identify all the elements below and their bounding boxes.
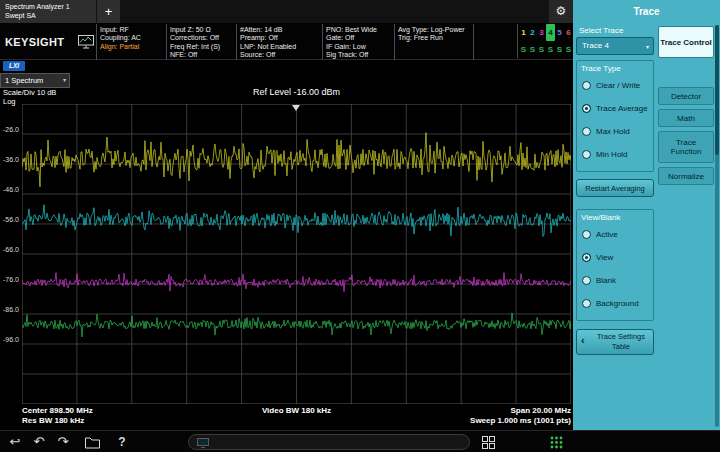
meas-line: Trig: Free Run (398, 34, 473, 42)
radio-active[interactable]: Active (577, 223, 653, 246)
spectrum-display[interactable] (22, 104, 571, 404)
new-tab-button[interactable]: + (97, 0, 120, 23)
trace-state-letter-6: S (564, 41, 573, 58)
redo-icon: ↷ (58, 434, 69, 449)
meas-line: Avg Type: Log-Power (398, 26, 473, 34)
trace-settings-table-button[interactable]: ‹ Trace Settings Table (576, 329, 654, 355)
radio-circle-icon (582, 299, 591, 308)
radio-circle-icon (582, 150, 591, 159)
trace-state-letter-5: S (555, 41, 564, 58)
radio-clear-write[interactable]: Clear / Write (577, 74, 653, 97)
system-settings-button[interactable]: ⚙ (549, 0, 573, 23)
trace-status-numbers: 123456 (519, 24, 573, 41)
ref-level-label: Ref Level -16.00 dBm (22, 87, 571, 97)
menu-tab-column: Trace ControlDetectorMathTrace FunctionN… (658, 23, 716, 430)
restart-averaging-button[interactable]: Restart Averaging (576, 179, 654, 197)
radio-blank[interactable]: Blank (577, 269, 653, 292)
radio-circle-icon (582, 127, 591, 136)
group-header: View/Blank (577, 210, 653, 223)
y-axis-label: -36.0 (0, 156, 19, 163)
tab-math[interactable]: Math (658, 109, 714, 127)
meas-line: Preamp: Off (240, 34, 322, 42)
radio-max-hold[interactable]: Max Hold (577, 120, 653, 143)
apps-grid-button[interactable] (546, 432, 566, 452)
meas-line: Gate: Off (326, 34, 394, 42)
undo-icon: ↶ (34, 434, 45, 449)
center-frequency-marker-icon (292, 105, 300, 111)
minimized-window-tray[interactable] (188, 434, 470, 450)
meas-line: Sig Track: Off (326, 51, 394, 59)
radio-label: Trace Average (596, 104, 648, 113)
window-layout-icon (482, 436, 495, 449)
app-title: Spectrum Analyzer 1 (5, 3, 96, 12)
y-axis-label: -76.0 (0, 276, 19, 283)
radio-circle-icon (582, 104, 591, 113)
meas-line: Input: RF (100, 26, 166, 34)
meas-line: #Atten: 14 dB (240, 26, 322, 34)
file-button[interactable] (82, 432, 102, 452)
trace-select-dropdown[interactable]: Trace 4 ▾ (576, 37, 654, 55)
radio-circle-icon (582, 230, 591, 239)
tab-trace-control[interactable]: Trace Control (658, 26, 714, 58)
window-selector[interactable]: 1 Spectrum ▾ (0, 73, 70, 88)
tab-trace-function[interactable]: Trace Function (658, 131, 714, 163)
menu-group-trace-type: Trace Type Clear / WriteTrace AverageMax… (576, 60, 654, 172)
instrument-display-icon (78, 35, 94, 49)
lxi-badge: LXI (3, 61, 25, 71)
radio-view[interactable]: View (577, 246, 653, 269)
settings-table-label: Trace Settings Table (597, 332, 645, 351)
radio-background[interactable]: Background (577, 292, 653, 315)
app-tab-spectrum-analyzer[interactable]: Spectrum Analyzer 1 Swept SA (0, 0, 96, 23)
radio-trace-average[interactable]: Trace Average (577, 97, 653, 120)
trace-state-letter-3: S (537, 41, 546, 58)
trace-select-value: Trace 4 (582, 41, 609, 50)
graticule-svg (22, 104, 571, 404)
group-header: Trace Type (577, 61, 653, 74)
select-trace-label: Select Trace (579, 26, 623, 35)
y-axis-label: -46.0 (0, 186, 19, 193)
span-readout: Span 20.00 MHz (511, 406, 571, 415)
window-layout-button[interactable] (478, 432, 498, 452)
meas-line: Freq Ref: Int (S) (170, 43, 236, 51)
meas-line: Input Z: 50 Ω (170, 26, 236, 34)
meas-col-attenuation: #Atten: 14 dB Preamp: Off LNP: Not Enabl… (236, 24, 322, 60)
radio-label: View (596, 253, 613, 262)
trace-indicator-6[interactable]: 6 (564, 24, 573, 41)
radio-label: Active (596, 230, 618, 239)
back-button[interactable]: ↩ (5, 432, 25, 452)
trace-indicator-4[interactable]: 4 (546, 24, 555, 41)
trace-menu-panel: Select Trace Trace 4 ▾ Trace Type Clear … (573, 23, 720, 430)
radio-label: Blank (596, 276, 616, 285)
trace-state-letter-1: S (519, 41, 528, 58)
meas-line-align-warning: Align: Partial (100, 43, 166, 51)
log-scale-label: Log (3, 97, 16, 106)
trace-indicator-3[interactable]: 3 (537, 24, 546, 41)
meas-line: PNO: Best Wide (326, 26, 394, 34)
meas-line: Coupling: AC (100, 34, 166, 42)
radio-min-hold[interactable]: Min Hold (577, 143, 653, 166)
menu-scrollbar[interactable] (715, 25, 719, 427)
meas-line: NFE: Off (170, 51, 236, 59)
meas-line: IF Gain: Low (326, 43, 394, 51)
undo-button[interactable]: ↶ (29, 432, 49, 452)
scrollbar-thumb[interactable] (715, 25, 719, 155)
help-button[interactable]: ? (112, 432, 132, 452)
y-axis-label: -56.0 (0, 216, 19, 223)
y-axis-label: -66.0 (0, 246, 19, 253)
plus-icon: + (105, 4, 113, 19)
tab-detector[interactable]: Detector (658, 87, 714, 105)
redo-button[interactable]: ↷ (53, 432, 73, 452)
meas-col-pno: PNO: Best Wide Gate: Off IF Gain: Low Si… (322, 24, 394, 60)
meas-line: Corrections: Off (170, 34, 236, 42)
menu-group-view-blank: View/Blank ActiveViewBlankBackground (576, 209, 654, 321)
trace-indicator-1[interactable]: 1 (519, 24, 528, 41)
keysight-logo: KEYSIGHT (5, 36, 64, 48)
radio-circle-icon (582, 253, 591, 262)
trace-status-grid: 123456 SSSSSS (517, 24, 573, 58)
meas-line: Source: Off (240, 51, 322, 59)
trace-indicator-5[interactable]: 5 (555, 24, 564, 41)
trace-indicator-2[interactable]: 2 (528, 24, 537, 41)
spectrum-analyzer-app: Spectrum Analyzer 1 Swept SA + ⚙ Trace K… (0, 0, 720, 452)
help-icon: ? (118, 435, 125, 449)
tab-normalize[interactable]: Normalize (658, 167, 714, 185)
